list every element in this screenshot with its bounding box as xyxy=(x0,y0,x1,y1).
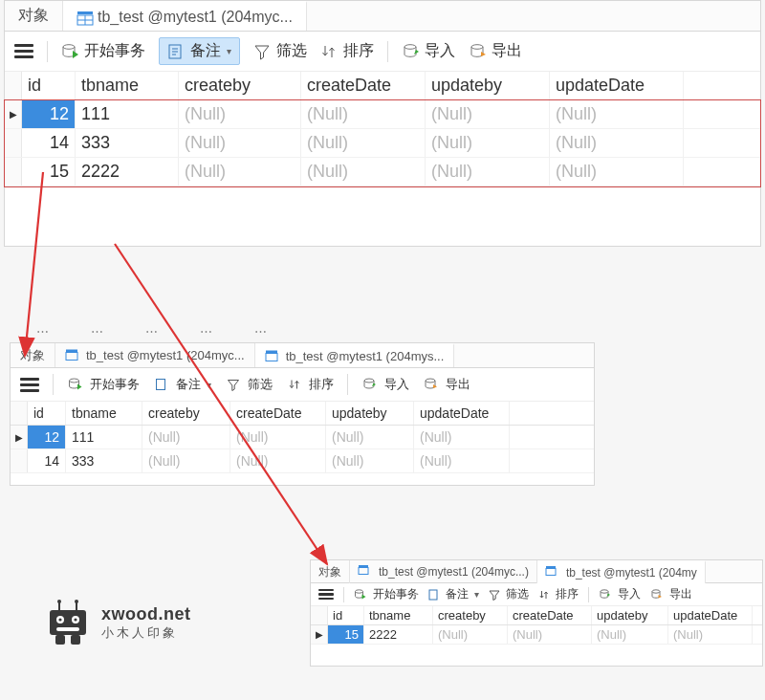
cell-updateby[interactable]: (Null) xyxy=(592,625,668,644)
table-row[interactable]: 12111(Null)(Null)(Null)(Null) xyxy=(11,426,594,449)
col-header-id[interactable]: id xyxy=(328,606,364,624)
cell-createby[interactable]: (Null) xyxy=(433,625,508,644)
cell-updatedate[interactable]: (Null) xyxy=(550,129,684,157)
cell-createby[interactable]: (Null) xyxy=(142,449,230,472)
cell-id[interactable]: 12 xyxy=(28,426,66,448)
cell-createdate[interactable]: (Null) xyxy=(230,449,326,472)
cell-updateby[interactable]: (Null) xyxy=(326,426,414,448)
cell-createdate[interactable]: (Null) xyxy=(508,625,592,644)
table-row[interactable]: 152222(Null)(Null)(Null)(Null) xyxy=(311,625,762,645)
col-header-tbname[interactable]: tbname xyxy=(76,72,179,99)
filter-button[interactable]: 筛选 xyxy=(225,376,273,393)
tab-table-2[interactable]: tb_test @mytest1 (204my xyxy=(537,560,706,583)
col-header-createby[interactable]: createby xyxy=(142,402,230,425)
cell-updatedate[interactable]: (Null) xyxy=(550,100,684,128)
table-row[interactable]: 152222(Null)(Null)(Null)(Null) xyxy=(5,158,760,186)
col-header-updatedate[interactable]: updateDate xyxy=(414,402,510,425)
export-button[interactable]: 导出 xyxy=(650,586,692,602)
cell-updateby[interactable]: (Null) xyxy=(426,100,550,128)
tab-table-1[interactable]: tb_test @mytest1 (204myc... xyxy=(55,343,255,367)
row-marker-header xyxy=(11,402,28,425)
menu-icon[interactable] xyxy=(14,41,33,61)
toolbar: 开始事务 备注▾ 筛选 排序 导入 导出 xyxy=(11,368,594,402)
col-header-updateby[interactable]: updateby xyxy=(592,606,668,624)
tab-objects[interactable]: 对象 xyxy=(5,1,63,31)
row-marker xyxy=(5,100,22,128)
cell-updateby[interactable]: (Null) xyxy=(326,449,414,472)
col-header-tbname[interactable]: tbname xyxy=(364,606,433,624)
col-header-updateby[interactable]: updateby xyxy=(426,72,550,99)
cell-createby[interactable]: (Null) xyxy=(179,158,301,186)
col-header-createdate[interactable]: createDate xyxy=(301,72,426,99)
tab-objects[interactable]: 对象 xyxy=(11,343,55,367)
col-header-tbname[interactable]: tbname xyxy=(66,402,142,425)
cell-updatedate[interactable]: (Null) xyxy=(550,158,684,186)
cell-createby[interactable]: (Null) xyxy=(179,100,301,128)
play-db-icon xyxy=(67,376,84,393)
svg-rect-24 xyxy=(429,590,437,600)
begin-transaction-button[interactable]: 开始事务 xyxy=(67,376,140,393)
sort-button[interactable]: 排序 xyxy=(286,376,334,393)
cell-createdate[interactable]: (Null) xyxy=(230,426,326,448)
filter-button[interactable]: 筛选 xyxy=(489,586,529,602)
begin-transaction-button[interactable]: 开始事务 xyxy=(354,586,419,602)
cell-updatedate[interactable]: (Null) xyxy=(414,449,510,472)
import-button[interactable]: 导入 xyxy=(599,586,641,602)
cell-id[interactable]: 12 xyxy=(22,100,76,128)
cell-updatedate[interactable]: (Null) xyxy=(414,426,510,448)
import-button[interactable]: 导入 xyxy=(402,41,455,61)
col-header-createdate[interactable]: createDate xyxy=(508,606,592,624)
filter-button[interactable]: 筛选 xyxy=(253,41,307,61)
cell-createdate[interactable]: (Null) xyxy=(301,100,426,128)
col-header-updateby[interactable]: updateby xyxy=(326,402,414,425)
cell-updatedate[interactable]: (Null) xyxy=(668,625,753,644)
cell-createdate[interactable]: (Null) xyxy=(301,129,426,157)
cell-updateby[interactable]: (Null) xyxy=(426,158,550,186)
tab-table-2[interactable]: tb_test @mytest1 (204mys... xyxy=(255,343,455,367)
tab-objects[interactable]: 对象 xyxy=(311,560,350,583)
cell-tbname[interactable]: 333 xyxy=(76,129,179,157)
sort-button[interactable]: 排序 xyxy=(320,41,374,61)
tab-table[interactable]: tb_test @mytest1 (204myc... xyxy=(63,1,307,31)
cell-createdate[interactable]: (Null) xyxy=(301,158,426,186)
row-marker xyxy=(11,426,28,448)
cell-createby[interactable]: (Null) xyxy=(179,129,301,157)
col-header-id[interactable]: id xyxy=(22,72,76,99)
cell-createby[interactable]: (Null) xyxy=(142,426,230,448)
table-row[interactable]: 14333(Null)(Null)(Null)(Null) xyxy=(11,449,594,473)
memo-label: 备注 xyxy=(176,376,201,393)
sort-icon xyxy=(286,376,303,393)
import-label: 导入 xyxy=(384,376,409,393)
menu-icon[interactable] xyxy=(20,375,39,395)
col-header-updatedate[interactable]: updateDate xyxy=(550,72,684,99)
col-header-updatedate[interactable]: updateDate xyxy=(668,606,753,624)
cell-tbname[interactable]: 2222 xyxy=(364,625,433,644)
memo-button[interactable]: 备注▾ xyxy=(153,376,211,393)
sort-button[interactable]: 排序 xyxy=(538,586,579,602)
cell-tbname[interactable]: 2222 xyxy=(76,158,179,186)
tab-table-1[interactable]: tb_test @mytest1 (204myc...) xyxy=(350,560,537,583)
cell-tbname[interactable]: 111 xyxy=(76,100,179,128)
export-button[interactable]: 导出 xyxy=(423,376,470,393)
import-button[interactable]: 导入 xyxy=(361,376,409,393)
table-row[interactable]: 12111(Null)(Null)(Null)(Null) xyxy=(5,100,760,129)
cell-updateby[interactable]: (Null) xyxy=(426,129,550,157)
import-icon xyxy=(599,588,612,602)
menu-strip-fragment: ⋯ ⋯ ⋯ ⋯ ⋯ xyxy=(10,320,602,341)
col-header-createdate[interactable]: createDate xyxy=(230,402,326,425)
cell-tbname[interactable]: 111 xyxy=(66,426,142,448)
cell-id[interactable]: 15 xyxy=(328,625,364,644)
cell-id[interactable]: 14 xyxy=(22,129,76,157)
cell-id[interactable]: 15 xyxy=(22,158,76,186)
begin-transaction-button[interactable]: 开始事务 xyxy=(61,41,145,61)
col-header-createby[interactable]: createby xyxy=(433,606,508,624)
menu-icon[interactable] xyxy=(318,586,334,602)
memo-button[interactable]: 备注▾ xyxy=(428,586,479,602)
cell-id[interactable]: 14 xyxy=(28,449,66,472)
cell-tbname[interactable]: 333 xyxy=(66,449,142,472)
memo-button[interactable]: 备注 ▾ xyxy=(159,37,240,65)
col-header-createby[interactable]: createby xyxy=(179,72,301,99)
col-header-id[interactable]: id xyxy=(28,402,66,425)
export-button[interactable]: 导出 xyxy=(469,41,522,61)
table-row[interactable]: 14333(Null)(Null)(Null)(Null) xyxy=(5,129,760,158)
